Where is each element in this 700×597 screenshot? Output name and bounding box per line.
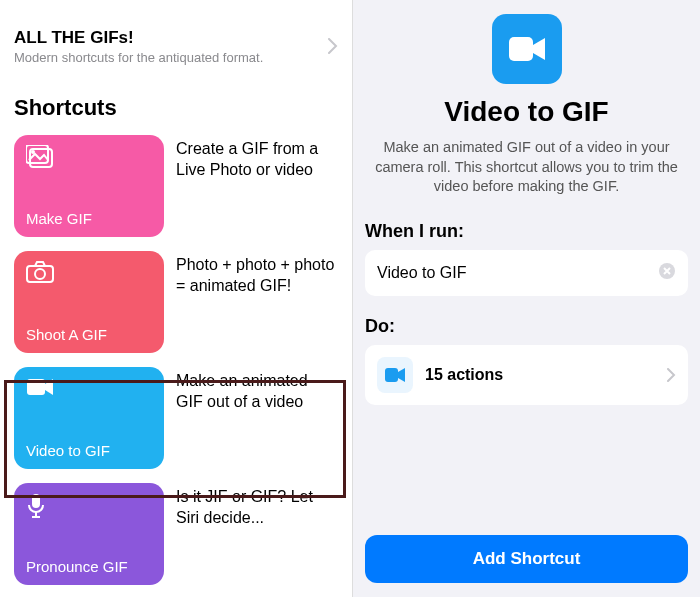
shortcut-tile-label: Pronounce GIF (26, 558, 152, 575)
shortcut-row[interactable]: Shoot A GIF Photo + photo + photo = anim… (0, 245, 352, 361)
shortcut-detail-pane: Video to GIF Make an animated GIF out of… (352, 0, 700, 597)
collection-subtitle: Modern shortcuts for the antiquated form… (14, 50, 328, 65)
actions-shortcut-icon (377, 357, 413, 393)
svg-rect-6 (32, 494, 40, 508)
shortcut-description: Make an animated GIF out of a video (176, 371, 338, 413)
shortcut-description: Create a GIF from a Live Photo or video (176, 139, 338, 181)
microphone-icon (26, 493, 54, 517)
shortcut-tile-pronounce-gif[interactable]: Pronounce GIF (14, 483, 164, 585)
video-camera-icon (507, 34, 547, 64)
shortcut-description: Photo + photo + photo = animated GIF! (176, 255, 338, 297)
svg-rect-11 (385, 368, 398, 382)
when-i-run-field[interactable]: Video to GIF (365, 250, 688, 296)
shortcut-tile-label: Video to GIF (26, 442, 152, 459)
shortcut-detail-title: Video to GIF (365, 96, 688, 128)
video-camera-icon (384, 366, 406, 384)
shortcut-row[interactable]: Make GIF Create a GIF from a Live Photo … (0, 129, 352, 245)
shortcut-tile-label: Shoot A GIF (26, 326, 152, 343)
camera-icon (26, 261, 54, 285)
shortcut-row[interactable]: Video to GIF Make an animated GIF out of… (0, 361, 352, 477)
shortcut-detail-description: Make an animated GIF out of a video in y… (365, 138, 688, 197)
shortcut-tile-shoot-a-gif[interactable]: Shoot A GIF (14, 251, 164, 353)
shortcut-description: Is it JIF or GIF? Let Siri decide... (176, 487, 338, 529)
gallery-collection-header[interactable]: ALL THE GIFs! Modern shortcuts for the a… (0, 10, 352, 71)
section-heading-shortcuts: Shortcuts (0, 71, 352, 129)
when-i-run-value: Video to GIF (377, 264, 467, 282)
collection-title: ALL THE GIFs! (14, 28, 328, 48)
when-i-run-label: When I run: (365, 221, 688, 242)
shortcut-row[interactable]: Pronounce GIF Is it JIF or GIF? Let Siri… (0, 477, 352, 593)
actions-card[interactable]: 15 actions (365, 345, 688, 405)
shortcut-tile-video-to-gif[interactable]: Video to GIF (14, 367, 164, 469)
shortcuts-gallery-pane: ALL THE GIFs! Modern shortcuts for the a… (0, 0, 352, 597)
do-label: Do: (365, 316, 688, 337)
actions-count: 15 actions (425, 366, 503, 384)
add-shortcut-button[interactable]: Add Shortcut (365, 535, 688, 583)
shortcut-tile-label: Make GIF (26, 210, 152, 227)
chevron-right-icon (328, 34, 338, 60)
photo-icon (26, 145, 54, 169)
svg-rect-9 (509, 37, 533, 61)
video-camera-icon (26, 377, 54, 401)
svg-rect-5 (27, 379, 45, 395)
shortcut-app-icon (492, 14, 562, 84)
clear-icon[interactable] (658, 262, 676, 284)
chevron-right-icon (667, 362, 676, 388)
shortcut-tile-make-gif[interactable]: Make GIF (14, 135, 164, 237)
svg-point-4 (35, 269, 45, 279)
